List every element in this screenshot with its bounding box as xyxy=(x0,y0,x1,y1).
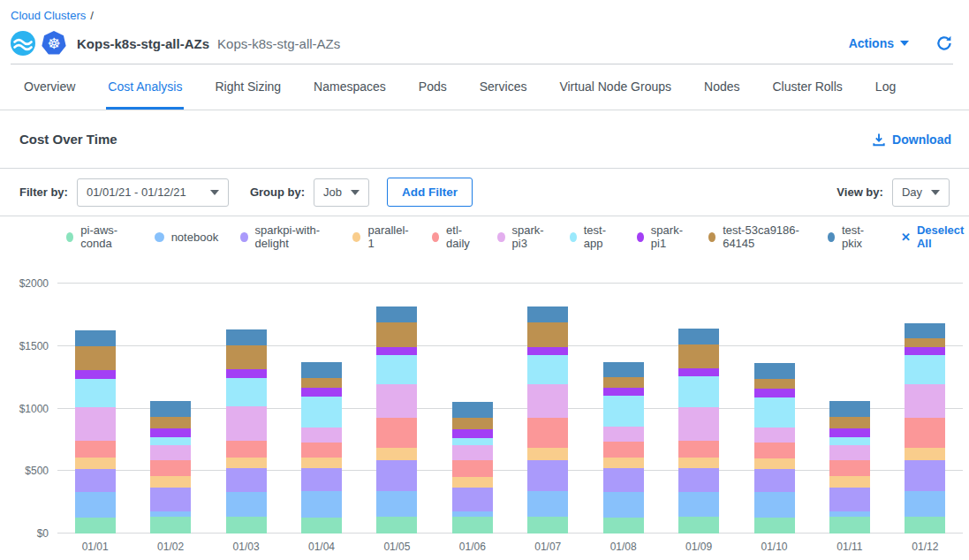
bar-segment-etl-daily[interactable] xyxy=(75,441,116,458)
bar-segment-notebook[interactable] xyxy=(678,492,719,517)
legend-item-spark-pi1[interactable]: spark-pi1 xyxy=(637,223,686,250)
stacked-bar-01-01[interactable] xyxy=(75,330,116,534)
bar-segment-pi-aws-conda[interactable] xyxy=(754,518,795,534)
tab-cluster-rolls[interactable]: Cluster Rolls xyxy=(770,64,844,110)
bar-segment-spark-pi3[interactable] xyxy=(829,445,870,460)
bar-segment-test-app[interactable] xyxy=(452,438,493,445)
bar-segment-parallel-1[interactable] xyxy=(678,458,719,469)
stacked-bar-01-04[interactable] xyxy=(301,362,342,534)
bar-segment-test-53ca9186-64145[interactable] xyxy=(905,338,945,346)
legend-item-test-app[interactable]: test-app xyxy=(570,223,615,250)
bar-segment-pi-aws-conda[interactable] xyxy=(226,517,267,534)
bar-segment-parallel-1[interactable] xyxy=(905,448,945,460)
bar-segment-parallel-1[interactable] xyxy=(376,448,417,460)
bar-segment-etl-daily[interactable] xyxy=(150,460,191,476)
bar-segment-test-app[interactable] xyxy=(678,376,719,407)
bar-segment-pi-aws-conda[interactable] xyxy=(678,517,719,534)
bar-segment-test-pkix[interactable] xyxy=(150,401,191,417)
bar-segment-test-app[interactable] xyxy=(905,355,945,384)
bar-segment-spark-pi1[interactable] xyxy=(603,388,644,397)
bar-segment-test-53ca9186-64145[interactable] xyxy=(829,417,870,428)
bar-segment-test-pkix[interactable] xyxy=(226,329,267,345)
view-by-select[interactable]: Day xyxy=(892,178,950,207)
bar-segment-test-app[interactable] xyxy=(829,437,870,444)
bar-segment-spark-pi1[interactable] xyxy=(452,429,493,438)
bar-segment-test-53ca9186-64145[interactable] xyxy=(452,418,493,429)
bar-segment-spark-pi3[interactable] xyxy=(226,406,267,440)
breadcrumb-link-cloud-clusters[interactable]: Cloud Clusters xyxy=(11,9,86,22)
actions-button[interactable]: Actions xyxy=(849,36,909,50)
bar-segment-pi-aws-conda[interactable] xyxy=(150,517,191,534)
bar-segment-spark-pi1[interactable] xyxy=(905,347,945,356)
stacked-bar-01-10[interactable] xyxy=(754,363,795,534)
stacked-bar-01-12[interactable] xyxy=(905,323,945,534)
bar-segment-etl-daily[interactable] xyxy=(905,418,945,448)
bar-segment-test-pkix[interactable] xyxy=(527,306,568,322)
bar-segment-spark-pi3[interactable] xyxy=(678,407,719,440)
bar-segment-etl-daily[interactable] xyxy=(527,418,568,448)
bar-segment-test-pkix[interactable] xyxy=(603,362,644,378)
bar-segment-test-pkix[interactable] xyxy=(678,329,719,344)
bar-segment-test-53ca9186-64145[interactable] xyxy=(527,322,568,347)
bar-segment-test-app[interactable] xyxy=(301,397,342,428)
stacked-bar-01-06[interactable] xyxy=(452,402,493,534)
bar-segment-sparkpi-with-delight[interactable] xyxy=(905,460,945,491)
bar-segment-parallel-1[interactable] xyxy=(603,458,644,469)
bar-segment-notebook[interactable] xyxy=(376,491,417,517)
bar-segment-pi-aws-conda[interactable] xyxy=(527,517,568,534)
bar-segment-pi-aws-conda[interactable] xyxy=(829,517,870,534)
bar-segment-pi-aws-conda[interactable] xyxy=(376,517,417,534)
stacked-bar-01-08[interactable] xyxy=(603,362,644,534)
bar-segment-pi-aws-conda[interactable] xyxy=(905,517,945,534)
bar-segment-notebook[interactable] xyxy=(754,492,795,518)
legend-item-etl-daily[interactable]: etl-daily xyxy=(432,223,475,250)
deselect-all-button[interactable]: ✕ Deselect All xyxy=(901,223,969,250)
bar-segment-spark-pi3[interactable] xyxy=(905,384,945,418)
bar-segment-test-pkix[interactable] xyxy=(301,362,342,378)
bar-segment-spark-pi1[interactable] xyxy=(829,428,870,437)
bar-segment-test-app[interactable] xyxy=(754,397,795,428)
tab-nodes[interactable]: Nodes xyxy=(702,64,741,110)
bar-segment-spark-pi1[interactable] xyxy=(527,347,568,356)
bar-segment-spark-pi1[interactable] xyxy=(301,388,342,397)
bar-segment-sparkpi-with-delight[interactable] xyxy=(376,460,417,491)
bar-segment-pi-aws-conda[interactable] xyxy=(301,518,342,534)
bar-segment-etl-daily[interactable] xyxy=(301,443,342,458)
bar-segment-test-pkix[interactable] xyxy=(905,323,945,339)
bar-segment-pi-aws-conda[interactable] xyxy=(452,517,493,534)
bar-segment-sparkpi-with-delight[interactable] xyxy=(754,469,795,491)
bar-segment-spark-pi3[interactable] xyxy=(452,445,493,460)
bar-segment-spark-pi1[interactable] xyxy=(226,369,267,378)
bar-segment-pi-aws-conda[interactable] xyxy=(603,518,644,534)
bar-segment-sparkpi-with-delight[interactable] xyxy=(527,460,568,491)
bar-segment-test-pkix[interactable] xyxy=(829,401,870,417)
tab-log[interactable]: Log xyxy=(874,64,897,110)
legend-item-sparkpi-with-delight[interactable]: sparkpi-with-delight xyxy=(240,223,330,250)
bar-segment-sparkpi-with-delight[interactable] xyxy=(150,488,191,511)
bar-segment-sparkpi-with-delight[interactable] xyxy=(829,488,870,511)
bar-segment-notebook[interactable] xyxy=(301,491,342,518)
tab-cost-analysis[interactable]: Cost Analysis xyxy=(106,64,184,110)
bar-segment-parallel-1[interactable] xyxy=(754,458,795,469)
tab-services[interactable]: Services xyxy=(478,64,529,110)
bar-segment-etl-daily[interactable] xyxy=(452,460,493,476)
bar-segment-etl-daily[interactable] xyxy=(829,460,870,476)
bar-segment-notebook[interactable] xyxy=(226,492,267,517)
bar-segment-parallel-1[interactable] xyxy=(527,448,568,460)
stacked-bar-01-07[interactable] xyxy=(527,306,568,534)
bar-segment-parallel-1[interactable] xyxy=(829,476,870,488)
bar-segment-sparkpi-with-delight[interactable] xyxy=(301,468,342,490)
bar-segment-sparkpi-with-delight[interactable] xyxy=(452,488,493,511)
bar-segment-sparkpi-with-delight[interactable] xyxy=(75,469,116,491)
legend-item-notebook[interactable]: notebook xyxy=(155,231,219,244)
download-button[interactable]: Download xyxy=(872,132,951,147)
stacked-bar-01-09[interactable] xyxy=(678,329,719,534)
bar-segment-parallel-1[interactable] xyxy=(75,458,116,469)
bar-segment-parallel-1[interactable] xyxy=(301,458,342,468)
bar-segment-spark-pi3[interactable] xyxy=(527,384,568,418)
bar-segment-spark-pi3[interactable] xyxy=(301,428,342,443)
bar-segment-test-app[interactable] xyxy=(150,437,191,444)
bar-segment-parallel-1[interactable] xyxy=(452,477,493,488)
bar-segment-test-53ca9186-64145[interactable] xyxy=(301,378,342,388)
stacked-bar-01-05[interactable] xyxy=(376,306,417,534)
